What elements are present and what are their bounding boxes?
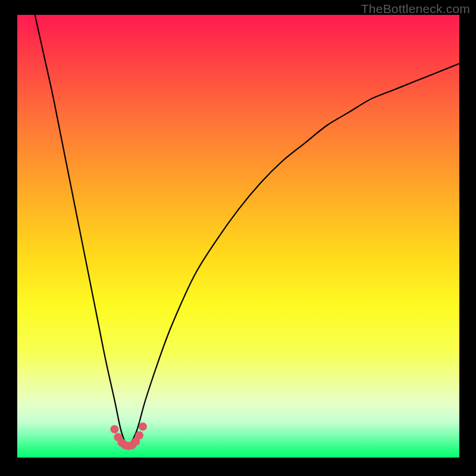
plot-area bbox=[17, 15, 459, 458]
valley-markers bbox=[110, 422, 147, 450]
curve-right bbox=[128, 64, 459, 449]
curve-left bbox=[35, 15, 128, 449]
valley-marker bbox=[135, 431, 143, 440]
chart-svg bbox=[17, 15, 459, 458]
valley-marker bbox=[110, 425, 118, 433]
valley-marker bbox=[139, 422, 147, 431]
watermark-text: TheBottleneck.com bbox=[361, 2, 470, 16]
